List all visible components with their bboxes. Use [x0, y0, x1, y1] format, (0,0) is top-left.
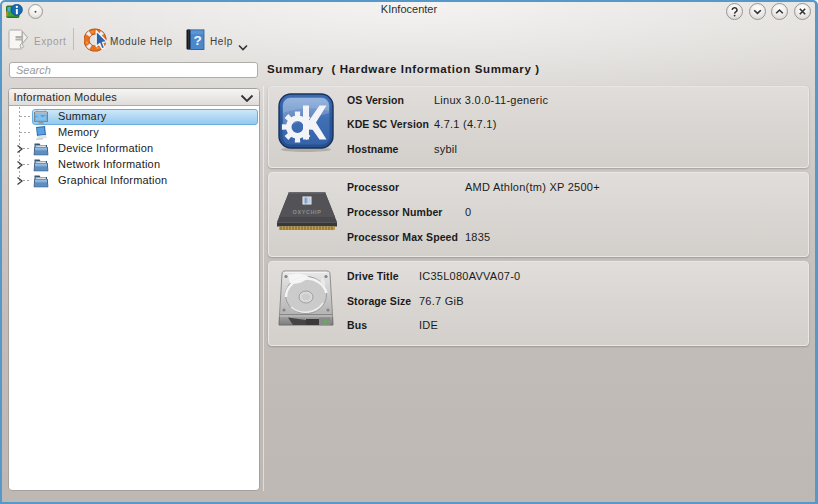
svg-text:?: ? [193, 33, 201, 48]
svg-text:OXYCHIP: OXYCHIP [293, 209, 322, 215]
